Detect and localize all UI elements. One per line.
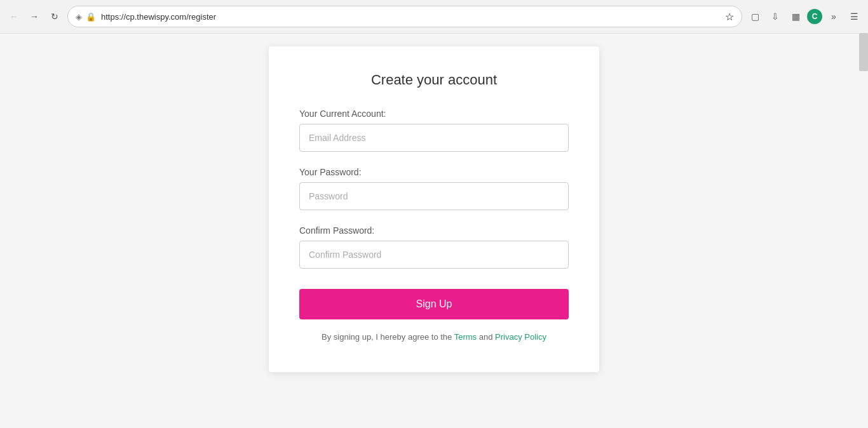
reading-list-button[interactable]: ▢ <box>746 8 764 25</box>
confirm-password-label: Confirm Password: <box>299 225 569 236</box>
address-bar[interactable]: ◈ 🔒 ☆ <box>67 6 742 27</box>
forward-button[interactable]: → <box>25 8 43 25</box>
terms-text: By signing up, I hereby agree to the Ter… <box>299 332 569 342</box>
terms-link[interactable]: Terms <box>454 332 477 342</box>
more-icon: » <box>831 11 836 22</box>
hamburger-icon: ☰ <box>850 11 858 22</box>
nav-buttons: ← → ↻ <box>5 8 64 25</box>
bookmark-icon[interactable]: ☆ <box>725 11 734 23</box>
address-bar-icons: ◈ 🔒 <box>76 12 96 22</box>
register-card: Create your account Your Current Account… <box>269 46 599 372</box>
reload-button[interactable]: ↻ <box>46 8 64 25</box>
more-button[interactable]: » <box>825 8 843 25</box>
address-input[interactable] <box>101 12 720 22</box>
download-button[interactable]: ⇩ <box>766 8 784 25</box>
lock-icon: 🔒 <box>86 12 96 22</box>
scrollbar-track <box>859 33 868 428</box>
menu-button[interactable]: ☰ <box>845 8 863 25</box>
confirm-password-group: Confirm Password: <box>299 225 569 269</box>
privacy-policy-link[interactable]: Privacy Policy <box>495 332 546 342</box>
terms-and: and <box>479 332 495 342</box>
extensions-button[interactable]: ▦ <box>787 8 804 25</box>
signup-button[interactable]: Sign Up <box>299 289 569 319</box>
back-button[interactable]: ← <box>5 8 23 25</box>
page-title: Create your account <box>299 72 569 88</box>
reading-list-icon: ▢ <box>751 11 759 22</box>
profile-avatar[interactable]: C <box>807 9 822 24</box>
email-input[interactable] <box>299 124 569 152</box>
terms-prefix: By signing up, I hereby agree to the <box>322 332 454 342</box>
email-label: Your Current Account: <box>299 109 569 119</box>
password-group: Your Password: <box>299 167 569 210</box>
password-input[interactable] <box>299 182 569 210</box>
reload-icon: ↻ <box>51 11 58 22</box>
back-icon: ← <box>10 11 18 22</box>
puzzle-icon: ▦ <box>792 11 800 22</box>
email-group: Your Current Account: <box>299 109 569 152</box>
confirm-password-input[interactable] <box>299 241 569 269</box>
scrollbar-thumb[interactable] <box>859 33 868 71</box>
browser-actions: ▢ ⇩ ▦ C » ☰ <box>746 8 863 25</box>
browser-toolbar: ← → ↻ ◈ 🔒 ☆ ▢ ⇩ ▦ <box>0 0 868 33</box>
password-label: Your Password: <box>299 167 569 177</box>
shield-icon: ◈ <box>76 12 82 22</box>
forward-icon: → <box>30 11 39 22</box>
page-content: Create your account Your Current Account… <box>0 34 868 428</box>
browser-chrome: ← → ↻ ◈ 🔒 ☆ ▢ ⇩ ▦ <box>0 0 868 34</box>
download-icon: ⇩ <box>771 11 779 22</box>
